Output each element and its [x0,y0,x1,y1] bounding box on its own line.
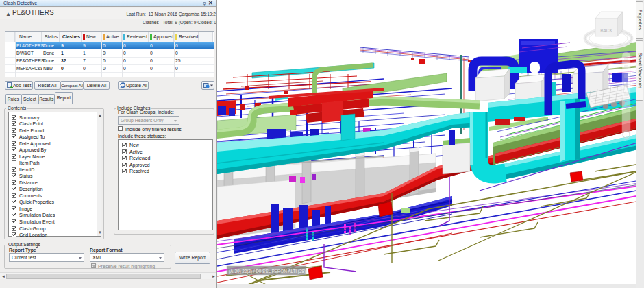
svg-text:BACK: BACK [600,28,612,33]
svg-text:(A-30) 22(2) / D0 SSL PERON AL: (A-30) 22(2) / D0 SSL PERON ALTI (28) [229,269,306,274]
